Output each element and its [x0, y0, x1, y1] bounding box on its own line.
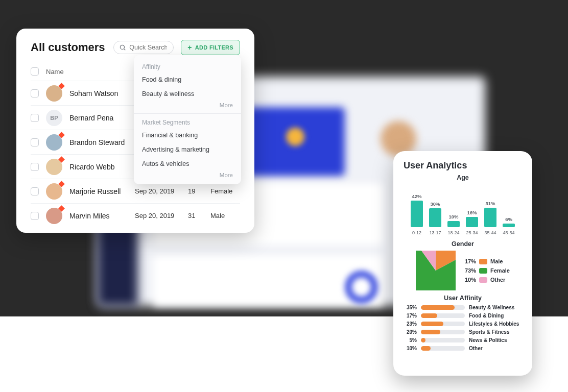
- age-category: 0-12: [409, 230, 424, 235]
- age-chart: 42%30%10%16%31%6%: [404, 184, 522, 228]
- affinity-bar: [421, 346, 465, 351]
- dropdown-item[interactable]: Advertising & marketing: [134, 142, 241, 157]
- svg-line-1: [124, 49, 126, 51]
- badge-icon: [58, 132, 65, 138]
- affinity-row: 17% Food & Dining: [404, 313, 522, 318]
- analytics-title: User Analytics: [404, 160, 522, 171]
- row-checkbox[interactable]: [31, 187, 39, 195]
- avatar: [46, 183, 62, 200]
- age-category: 35-44: [483, 230, 498, 235]
- row-checkbox[interactable]: [31, 114, 39, 122]
- affinity-list: 35% Beauty & Wellness 17% Food & Dining …: [404, 305, 522, 351]
- dropdown-item[interactable]: Food & dining: [134, 72, 241, 87]
- add-filters-button[interactable]: + ADD FILTERS: [181, 40, 240, 55]
- age-chart-categories: 0-1213-1718-2425-3435-4445-54: [404, 228, 522, 235]
- add-filters-label: ADD FILTERS: [195, 44, 233, 51]
- gender-chart-title: Gender: [404, 240, 522, 248]
- table-row[interactable]: Marvin Miles Sep 20, 2019 31 Male: [31, 203, 240, 228]
- affinity-title: User Affinity: [404, 295, 522, 302]
- avatar: BP: [46, 110, 62, 126]
- age-category: 18-24: [446, 230, 461, 235]
- age-chart-title: Age: [404, 174, 522, 181]
- customer-gender: Female: [210, 187, 240, 195]
- dropdown-item[interactable]: Beauty & wellness: [134, 87, 241, 101]
- badge-icon: [58, 156, 65, 163]
- gender-pie: [416, 251, 456, 290]
- customer-name: Soham Watson: [69, 89, 130, 97]
- legend-swatch: [479, 268, 487, 274]
- legend-swatch: [479, 277, 487, 283]
- age-bar: 31%: [483, 201, 498, 227]
- search-input[interactable]: [129, 44, 167, 51]
- affinity-row: 35% Beauty & Wellness: [404, 305, 522, 310]
- gender-legend-row: 73%Female: [463, 267, 510, 274]
- plus-icon: +: [187, 44, 192, 51]
- affinity-row: 5% News & Politics: [404, 337, 522, 343]
- gender-legend-row: 17%Male: [463, 258, 510, 264]
- svg-point-5: [420, 255, 451, 285]
- customer-name: Ricardo Webb: [69, 163, 130, 171]
- column-name: Name: [46, 68, 64, 76]
- affinity-row: 10% Other: [404, 346, 522, 351]
- row-checkbox[interactable]: [31, 163, 39, 171]
- affinity-bar: [421, 305, 465, 310]
- avatar: [46, 134, 62, 151]
- customer-age: 31: [188, 212, 205, 219]
- affinity-bar: [421, 322, 465, 326]
- age-bar: 16%: [464, 210, 480, 227]
- affinity-row: 23% Lifestyles & Hobbies: [404, 321, 522, 327]
- age-bar: 10%: [446, 214, 461, 227]
- customer-name: Bernard Pena: [69, 114, 130, 122]
- age-bar: 6%: [501, 216, 516, 227]
- search-icon: [119, 44, 126, 51]
- dropdown-item[interactable]: Autos & vehicles: [134, 157, 241, 171]
- age-bar: 30%: [428, 201, 443, 227]
- age-category: 13-17: [428, 230, 443, 235]
- customer-name: Brandon Steward: [69, 138, 130, 146]
- customer-date: Sep 20, 2019: [135, 212, 183, 219]
- badge-icon: [58, 83, 65, 89]
- customer-age: 19: [188, 187, 205, 195]
- customer-name: Marjorie Russell: [69, 187, 130, 195]
- badge-icon: [58, 181, 65, 187]
- gender-legend: 17%Male73%Female10%Other: [463, 258, 510, 283]
- search-input-wrap[interactable]: [113, 41, 174, 54]
- select-all-checkbox[interactable]: [31, 67, 39, 76]
- svg-point-0: [121, 45, 125, 49]
- dropdown-section-title: Affinity: [134, 60, 241, 72]
- row-checkbox[interactable]: [31, 138, 39, 146]
- avatar: [46, 208, 62, 224]
- filters-dropdown: AffinityFood & diningBeauty & wellnessMo…: [134, 55, 241, 184]
- affinity-bar: [421, 330, 465, 334]
- avatar: [46, 159, 62, 175]
- customer-gender: Male: [210, 212, 240, 219]
- page-title: All customers: [31, 41, 105, 54]
- affinity-bar: [421, 338, 465, 342]
- dropdown-section-title: Market Segments: [134, 116, 241, 128]
- gender-legend-row: 10%Other: [463, 277, 510, 283]
- analytics-card: User Analytics Age 42%30%10%16%31%6% 0-1…: [393, 151, 532, 376]
- age-category: 45-54: [501, 230, 516, 235]
- age-category: 25-34: [464, 230, 480, 235]
- affinity-row: 20% Sports & Fitness: [404, 329, 522, 335]
- dropdown-item[interactable]: Financial & banking: [134, 128, 241, 142]
- age-bar: 42%: [409, 193, 424, 227]
- avatar: [46, 85, 62, 102]
- badge-icon: [58, 205, 65, 212]
- row-checkbox[interactable]: [31, 212, 39, 220]
- row-checkbox[interactable]: [31, 89, 39, 97]
- customer-name: Marvin Miles: [69, 212, 130, 220]
- affinity-bar: [421, 313, 465, 318]
- dropdown-more[interactable]: More: [134, 101, 241, 111]
- dropdown-more[interactable]: More: [134, 171, 241, 181]
- customer-date: Sep 20, 2019: [135, 187, 183, 195]
- legend-swatch: [479, 259, 487, 264]
